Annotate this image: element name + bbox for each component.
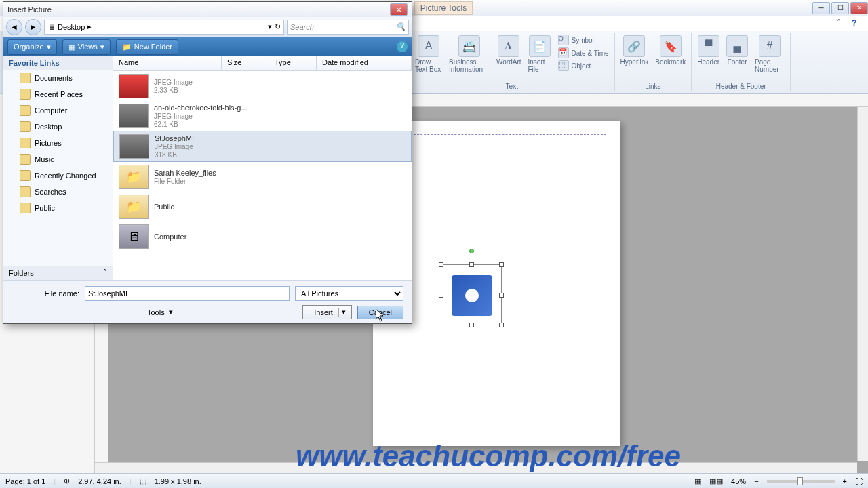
file-row-5[interactable]: 🖥Computer (113, 222, 412, 251)
resize-handle-n[interactable] (469, 262, 474, 267)
breadcrumb[interactable]: 🖥 Desktop ▸ ▾ ↻ (44, 20, 284, 35)
breadcrumb-chevron-icon[interactable]: ▸ (87, 22, 92, 31)
file-type: JPEG Image (155, 143, 194, 150)
breadcrumb-refresh-icon[interactable]: ↻ (275, 22, 281, 31)
horizontal-scrollbar[interactable] (95, 462, 857, 473)
status-size: 1.99 x 1.98 in. (155, 477, 201, 485)
nav-documents[interactable]: Documents (3, 70, 113, 86)
views-button[interactable]: ▦ Views ▾ (62, 39, 111, 55)
dialog-help-icon[interactable]: ? (397, 41, 408, 52)
breadcrumb-dropdown-icon[interactable]: ▾ (268, 22, 272, 31)
resize-handle-ne[interactable] (499, 262, 504, 267)
resize-handle-w[interactable] (439, 293, 443, 298)
view-two-page-icon[interactable]: ▦▦ (709, 476, 723, 485)
page-number-button[interactable]: #Page Number (752, 34, 787, 75)
search-input[interactable]: Search 🔍 (287, 20, 409, 35)
file-name: Sarah Keeley_files (154, 169, 216, 177)
insert-file-button[interactable]: 📄Insert File (526, 34, 554, 75)
col-modified[interactable]: Date modified (317, 56, 412, 70)
resize-handle-se[interactable] (499, 323, 504, 327)
insert-split-arrow[interactable]: ▾ (338, 308, 349, 317)
minimize-button[interactable]: ─ (812, 2, 830, 14)
nav-music[interactable]: Music (3, 151, 113, 167)
vertical-scrollbar[interactable] (857, 107, 868, 461)
footer-button[interactable]: ▄Footer (724, 34, 751, 75)
resize-handle-sw[interactable] (439, 323, 443, 327)
status-page: Page: 1 of 1 (5, 477, 45, 485)
cancel-button[interactable]: Cancel (357, 306, 403, 319)
text-group-label: Text (412, 81, 612, 90)
object-button[interactable]: ⬚Object (555, 60, 612, 72)
bookmark-button[interactable]: 🔖Bookmark (652, 34, 688, 67)
status-position-icon: ⊕ (64, 476, 70, 485)
zoom-fit-button[interactable]: ⛶ (855, 477, 863, 485)
file-row-2[interactable]: StJosephMIJPEG Image318 KB (113, 131, 412, 162)
file-list-header[interactable]: Name Size Type Date modified (113, 56, 412, 71)
col-type[interactable]: Type (269, 56, 317, 70)
file-size: 62.1 KB (154, 121, 248, 128)
symbol-button[interactable]: ΩSymbol (555, 34, 612, 46)
filename-label: File name: (12, 289, 79, 298)
nav-recent-places[interactable]: Recent Places (3, 86, 113, 102)
header-button[interactable]: ▀Header (694, 34, 722, 75)
file-row-3[interactable]: 📁Sarah Keeley_filesFile Folder (113, 162, 412, 192)
search-icon[interactable]: 🔍 (396, 22, 406, 31)
col-size[interactable]: Size (222, 56, 269, 70)
breadcrumb-location[interactable]: Desktop (58, 23, 85, 31)
zoom-in-button[interactable]: + (843, 477, 847, 485)
datetime-button[interactable]: 📅Date & Time (555, 47, 612, 59)
breadcrumb-desktop-icon[interactable]: 🖥 (47, 23, 55, 31)
wordart-button[interactable]: 𝐀WordArt (494, 34, 524, 75)
placeholder-image-icon (452, 275, 492, 316)
nav-desktop[interactable]: Desktop (3, 119, 113, 135)
file-row-1[interactable]: an-old-cherokee-told-his-g...JPEG Image6… (113, 101, 412, 131)
file-thumbnail: 📁 (119, 165, 149, 189)
nav-public[interactable]: Public (3, 200, 113, 216)
hyperlink-button[interactable]: 🔗Hyperlink (618, 34, 652, 67)
nav-computer[interactable]: Computer (3, 102, 113, 119)
draw-text-box-button[interactable]: ADraw Text Box (412, 34, 445, 75)
nav-pictures[interactable]: Pictures (3, 135, 113, 151)
view-single-page-icon[interactable]: ▦ (694, 476, 701, 485)
header-footer-group-label: Header & Footer (694, 81, 787, 90)
favorite-links-header: Favorite Links (3, 56, 113, 70)
zoom-slider[interactable] (767, 480, 835, 483)
close-button[interactable]: ✕ (850, 2, 868, 14)
insert-button[interactable]: Insert▾ (302, 305, 352, 319)
nav-searches[interactable]: Searches (3, 184, 113, 200)
folders-expander[interactable]: Folders˄ (3, 266, 113, 280)
file-name: StJosephMI (155, 134, 194, 142)
file-name: an-old-cherokee-told-his-g... (154, 104, 248, 112)
nav-back-button[interactable]: ◄ (6, 19, 22, 35)
file-name: Computer (154, 232, 186, 241)
file-filter-select[interactable]: All Pictures (295, 286, 403, 301)
zoom-out-button[interactable]: − (754, 477, 758, 485)
selected-picture-placeholder[interactable] (441, 264, 502, 325)
links-group-label: Links (618, 81, 689, 90)
resize-handle-nw[interactable] (439, 262, 443, 267)
maximize-button[interactable]: ☐ (831, 2, 849, 14)
organize-button[interactable]: Organize ▾ (7, 39, 57, 55)
zoom-level[interactable]: 45% (731, 477, 746, 485)
file-row-4[interactable]: 📁Public (113, 192, 412, 222)
file-thumbnail (119, 104, 149, 128)
rotation-handle[interactable] (469, 249, 474, 253)
file-type: File Folder (154, 178, 216, 185)
resize-handle-s[interactable] (469, 323, 474, 327)
resize-handle-e[interactable] (499, 293, 504, 298)
dialog-close-button[interactable]: ✕ (390, 3, 408, 16)
business-info-button[interactable]: 📇Business Information (446, 34, 492, 75)
new-folder-button[interactable]: 📁 New Folder (116, 39, 178, 55)
nav-recently-changed[interactable]: Recently Changed (3, 167, 113, 184)
col-name[interactable]: Name (113, 56, 222, 70)
minimize-ribbon-icon[interactable]: ˄ (837, 18, 848, 29)
status-position: 2.97, 4.24 in. (78, 477, 121, 485)
nav-forward-button[interactable]: ► (25, 19, 41, 35)
filename-input[interactable] (85, 286, 290, 301)
help-icon[interactable]: ? (852, 18, 863, 29)
file-name: Public (154, 203, 174, 211)
tools-dropdown[interactable]: Tools ▾ (12, 308, 173, 317)
file-row-0[interactable]: JPEG Image2.33 KB (113, 71, 412, 101)
file-thumbnail (119, 134, 149, 159)
status-size-icon: ⬚ (140, 476, 146, 485)
